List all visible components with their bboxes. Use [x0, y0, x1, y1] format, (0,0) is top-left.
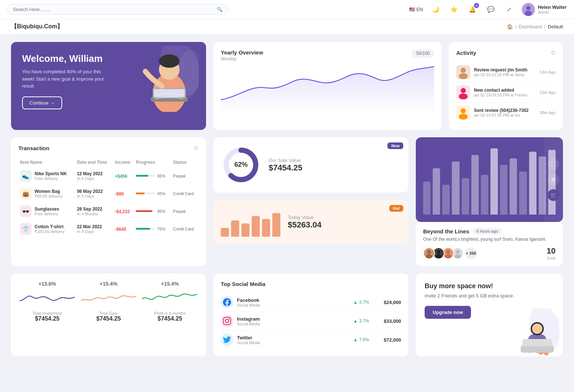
yearly-progress: 50/100: [412, 49, 434, 57]
activity-ago-1: 22m Ago: [540, 90, 556, 95]
activity-card: Activity ⚙ Review request jim Smith jan …: [449, 42, 563, 130]
chart-icon-1[interactable]: ⛶: [548, 158, 559, 170]
table-row: 👟 Nike Sports NK Free delivery 12 May 20…: [18, 167, 199, 185]
svg-rect-42: [522, 339, 552, 346]
search-input[interactable]: [13, 7, 214, 12]
transaction-table: Item Name Date and Time Income Progress …: [18, 158, 199, 238]
item-sub-1: ₹83.65 delivery: [35, 194, 63, 199]
language-selector[interactable]: 🇺🇸 EN: [409, 7, 423, 12]
stat-label-0: Total Investment: [18, 311, 76, 315]
facebook-info: Facebook Social Media: [237, 297, 350, 307]
chart-icon-3[interactable]: 🛒: [548, 189, 559, 201]
activity-time-1: jan 02 19 03:10 PM at Fresno: [474, 93, 536, 97]
item-date-0: 12 May 2022: [77, 171, 112, 176]
bc-2: [433, 168, 440, 215]
bar-2: [231, 220, 239, 237]
fullscreen-button[interactable]: ⤢: [503, 4, 515, 15]
item-income-3: -$645: [115, 227, 126, 232]
today-value: $5263.04: [288, 220, 322, 230]
svg-point-27: [437, 250, 441, 254]
item-date-2: 28 Sep 2022: [77, 206, 112, 212]
beyond-header: Beyond the Lines 6 hours ago: [423, 228, 556, 234]
bc-4: [452, 162, 459, 215]
svg-point-28: [435, 254, 442, 259]
item-status-0: Paypal: [171, 167, 199, 185]
svg-point-15: [461, 88, 466, 93]
social-media-card: Top Social Media Facebook Social Media ▲…: [213, 273, 408, 356]
welcome-card: Welcome, William You have completed 40% …: [11, 42, 206, 130]
item-date-3: 22 Mar 2022: [77, 224, 112, 229]
wave-0: [18, 290, 76, 308]
beyond-card: Beyond the Lines 6 hours ago One Of the …: [416, 222, 563, 266]
activity-thumb-2: [456, 106, 470, 120]
beyond-footer: + 350 10 June: [423, 246, 556, 260]
item-date-1: 06 May 2022: [77, 189, 112, 194]
activity-info-0: Review request jim Smith jan 03 19 12:25…: [474, 67, 536, 77]
promo-title: Buy more space now!: [425, 282, 554, 290]
bar-6: [272, 213, 280, 237]
upgrade-button[interactable]: Upgrade now: [425, 306, 471, 319]
twitter-name: Twitter: [237, 335, 350, 340]
svg-point-1: [526, 6, 531, 10]
yearly-title: Yearly Overview: [221, 49, 263, 56]
message-button[interactable]: 💬: [485, 4, 497, 15]
sale-label: Our Sale Value: [269, 158, 302, 163]
item-days-2: In 4 Months: [77, 212, 112, 216]
stats-card: +13.6% Total Investment $7454.25 +15.4% …: [11, 273, 206, 356]
bar-chart-card: ⛶ ⚙ 🛒: [416, 137, 563, 222]
bc-10: [510, 158, 517, 215]
social-media-title: Top Social Media: [221, 281, 401, 287]
item-name-1: Women Bag: [35, 189, 63, 194]
notification-button[interactable]: 🔔 4: [467, 4, 478, 15]
activity-thumb-0: [456, 65, 470, 79]
activity-header: Activity ⚙: [456, 49, 556, 56]
item-name-2: Sunglasses: [35, 206, 59, 212]
col-progress: Progress: [134, 158, 171, 167]
brand-name: 【Biqubiqu.Com】: [11, 23, 63, 31]
progress-wrap-0: 65%: [136, 174, 165, 178]
bc-6: [471, 155, 479, 215]
activity-time-2: jan 02 19 07:35 PM at Iris: [474, 113, 536, 117]
item-icon-3: 👕: [20, 223, 32, 235]
svg-point-12: [461, 68, 466, 73]
svg-point-31: [445, 254, 451, 259]
item-status-3: Credit Card: [171, 220, 199, 238]
sale-value: $7454.25: [269, 163, 302, 173]
beyond-date-num: 10: [547, 246, 556, 256]
dark-mode-toggle[interactable]: 🌙: [430, 4, 442, 15]
user-profile[interactable]: Helen Walter Admin: [522, 3, 567, 16]
stat-value-2: $7454.25: [141, 315, 199, 322]
item-income-1: -$80: [115, 191, 124, 197]
stat-1: +15.4% Total Gain $7454.25: [80, 281, 138, 349]
stat-label-2: Profit in 6 months: [141, 311, 199, 315]
search-bar[interactable]: 🔍: [7, 4, 228, 15]
stat-pct-0: +13.6%: [18, 281, 76, 287]
favorite-button[interactable]: ⭐: [448, 4, 460, 15]
activity-ago-2: 30m Ago: [540, 110, 556, 115]
continue-button[interactable]: Continue →: [22, 96, 62, 109]
item-sub-2: Free delivery: [35, 212, 59, 216]
beyond-date-month: June: [547, 256, 556, 260]
facebook-pct: ▲ 3.7%: [353, 300, 375, 305]
breadcrumb-bar: 【Biqubiqu.Com】 🏠 / Dashboard / Default: [0, 19, 574, 35]
stat-0: +13.6% Total Investment $7454.25: [18, 281, 76, 349]
breadcrumb-dashboard[interactable]: Dashboard: [519, 24, 542, 29]
activity-settings-icon[interactable]: ⚙: [550, 49, 556, 56]
beyond-description: One Of the world,s brightest, young surf…: [423, 237, 556, 242]
beyond-time-ago: 6 hours ago: [473, 228, 502, 234]
row3: +13.6% Total Investment $7454.25 +15.4% …: [11, 273, 563, 356]
activity-title-2: Sent review (504)236-7302: [474, 108, 536, 113]
activity-title-1: New contact added: [474, 88, 536, 93]
avatar: [522, 3, 535, 16]
welcome-illustration: [129, 46, 199, 112]
stat-pct-2: +15.4%: [141, 281, 199, 287]
today-label: Today Value: [288, 215, 322, 220]
progress-wrap-3: 75%: [136, 227, 165, 231]
beyond-avatars: [423, 247, 461, 259]
transaction-settings-icon[interactable]: ⚙: [194, 145, 199, 152]
bc-3: [442, 185, 450, 215]
yearly-overview-card: Yearly Overview Monday 50/100: [213, 42, 442, 130]
yearly-subtitle: Monday: [221, 56, 263, 61]
chart-icon-2[interactable]: ⚙: [548, 174, 559, 186]
social-row-twitter: Twitter Social Media ▲ 7.6% $72,000: [221, 331, 401, 349]
